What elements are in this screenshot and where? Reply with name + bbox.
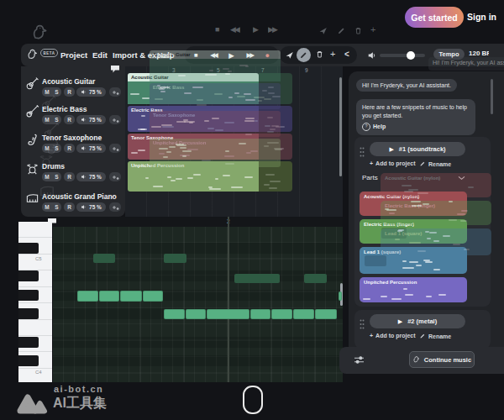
trash-tool-icon[interactable]: [315, 50, 324, 59]
midi-note[interactable]: [207, 309, 249, 319]
snippet-1-add-button[interactable]: + Add to project: [370, 160, 416, 166]
mute-button[interactable]: M: [45, 89, 49, 95]
snippet-2-play-pill[interactable]: ▶ #2 (metal): [370, 314, 465, 328]
volume-speaker-icon[interactable]: [367, 50, 377, 60]
midi-note[interactable]: [143, 291, 163, 302]
settings-sliders-icon[interactable]: [354, 355, 365, 365]
midi-note-dim[interactable]: [164, 254, 186, 263]
midi-note-dim[interactable]: [234, 274, 280, 283]
midi-note[interactable]: [339, 291, 342, 301]
track-options-button[interactable]: [109, 144, 121, 153]
track-volume-pill[interactable]: 75 %: [76, 144, 106, 153]
mute-solo-buttons[interactable]: MS: [42, 87, 61, 97]
solo-button[interactable]: S: [55, 174, 58, 180]
mute-solo-buttons[interactable]: MS: [42, 172, 61, 181]
black-key[interactable]: [18, 290, 39, 301]
volume-slider-knob[interactable]: [407, 51, 415, 60]
menu-help[interactable]: Help: [157, 50, 175, 60]
snippet-1-play-pill[interactable]: ▶ #1 (soundtrack): [370, 142, 465, 156]
record-arm-button[interactable]: R: [64, 87, 75, 97]
help-link[interactable]: Help: [373, 123, 386, 131]
solo-button[interactable]: S: [55, 117, 58, 123]
mute-solo-buttons[interactable]: MS: [42, 144, 61, 153]
menu-edit[interactable]: Edit: [92, 50, 108, 60]
clip-dim-section[interactable]: [259, 106, 292, 132]
mute-solo-buttons[interactable]: MS: [42, 115, 61, 124]
snippet-1-drag-handle-icon[interactable]: [359, 146, 365, 158]
rewind-button[interactable]: ◀◀: [210, 51, 217, 59]
volume-slider[interactable]: [380, 54, 425, 57]
midi-note[interactable]: [293, 309, 314, 319]
midi-note-dim[interactable]: [93, 254, 115, 263]
clip-dim-section[interactable]: [259, 134, 292, 160]
record-arm-button[interactable]: R: [64, 115, 75, 124]
black-key[interactable]: [18, 355, 39, 366]
get-started-button[interactable]: Get started: [405, 7, 464, 28]
black-key[interactable]: [18, 243, 39, 254]
part-card[interactable]: Electric Bass (finger): [360, 219, 467, 244]
solo-button[interactable]: S: [55, 145, 58, 151]
mute-button[interactable]: M: [45, 117, 49, 123]
help-row[interactable]: ? Help: [362, 123, 470, 131]
piano-roll-grid[interactable]: [53, 227, 343, 382]
mute-button[interactable]: M: [45, 174, 49, 180]
solo-button[interactable]: S: [55, 89, 58, 95]
clip[interactable]: [128, 81, 259, 104]
clip[interactable]: Unpitched Percussion: [128, 161, 259, 192]
midi-note[interactable]: [250, 309, 270, 319]
piano-keyboard[interactable]: C5C4: [18, 222, 52, 382]
sign-in-button[interactable]: Sign in: [467, 12, 496, 22]
track-volume-pill[interactable]: 75 %: [76, 172, 106, 181]
midi-note[interactable]: [315, 309, 337, 319]
add-tool-icon[interactable]: +: [330, 49, 335, 59]
pin-tool-icon[interactable]: [285, 50, 294, 60]
timeline-marker-icon[interactable]: [110, 65, 120, 73]
midi-note[interactable]: [271, 309, 292, 319]
record-arm-button[interactable]: R: [64, 202, 75, 212]
black-key[interactable]: [18, 270, 39, 281]
clip-dim-section[interactable]: [259, 73, 292, 104]
record-arm-button[interactable]: R: [64, 172, 75, 181]
chevron-down-icon[interactable]: [458, 176, 465, 181]
midi-note[interactable]: [99, 291, 119, 302]
clip-dim-section[interactable]: [259, 161, 292, 192]
clip[interactable]: Electric Bass: [128, 106, 259, 132]
mute-button[interactable]: M: [45, 204, 49, 210]
clip-header[interactable]: Acoustic Guitar: [128, 73, 259, 81]
track-options-button[interactable]: [109, 87, 121, 97]
midi-note-dim[interactable]: [304, 274, 327, 283]
mute-button[interactable]: M: [45, 145, 49, 151]
snippet-1-rename-button[interactable]: Rename: [419, 160, 451, 167]
assistant-panel-scrollbar[interactable]: [491, 79, 493, 114]
midi-note[interactable]: [77, 291, 98, 302]
track-volume-pill[interactable]: 75 %: [76, 115, 106, 124]
part-card[interactable]: Unpitched Percussion: [360, 277, 467, 302]
track-volume-pill[interactable]: 75 %: [76, 202, 106, 212]
continue-music-button[interactable]: Continue music: [409, 351, 475, 368]
track-options-button[interactable]: [109, 172, 121, 181]
track-options-button[interactable]: [109, 202, 121, 212]
solo-button[interactable]: S: [55, 204, 58, 210]
record-button[interactable]: ●: [265, 51, 270, 60]
timeline-vertical-scrollbar[interactable]: [339, 77, 342, 176]
snippet-2-rename-button[interactable]: Rename: [419, 333, 451, 339]
menu-project[interactable]: Project: [60, 50, 87, 60]
cut-tool-icon[interactable]: <: [344, 50, 349, 59]
record-arm-button[interactable]: R: [64, 144, 75, 153]
forward-button[interactable]: ▶▶: [246, 51, 253, 59]
midi-note[interactable]: [120, 291, 142, 302]
clip[interactable]: Tenor Saxophone: [128, 134, 259, 160]
mute-solo-buttons[interactable]: MS: [42, 202, 61, 212]
snippet-2-add-button[interactable]: + Add to project: [370, 333, 416, 339]
tempo-value[interactable]: 120 BPM: [469, 50, 489, 60]
stop-button[interactable]: ■: [194, 51, 198, 59]
midi-note[interactable]: [186, 309, 206, 319]
play-button[interactable]: ▶: [228, 51, 234, 60]
tempo-label[interactable]: Tempo: [433, 49, 465, 60]
track-options-button[interactable]: [109, 115, 121, 124]
black-key[interactable]: [18, 337, 39, 348]
pencil-tool-active[interactable]: [297, 48, 311, 62]
midi-note[interactable]: [164, 309, 185, 319]
part-card[interactable]: Acoustic Guitar (nylon): [360, 192, 467, 216]
part-card[interactable]: Lead 1 (square): [360, 247, 467, 274]
